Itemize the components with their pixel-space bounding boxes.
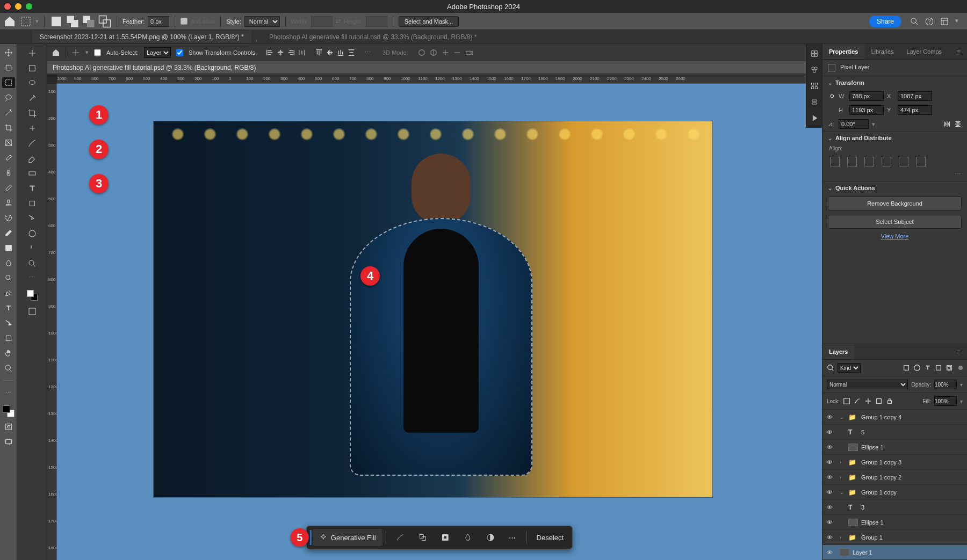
lock-pos-icon[interactable] (864, 397, 872, 405)
more-icon[interactable]: ⋯ (29, 274, 35, 281)
blend-mode-select[interactable]: Normal (827, 380, 908, 389)
visibility-icon[interactable]: 👁 (826, 534, 833, 541)
adjustments-panel-icon[interactable] (810, 82, 819, 90)
color-swatch-2[interactable] (27, 290, 38, 301)
filter-type-icon[interactable] (924, 364, 932, 372)
gradient2-icon[interactable] (27, 169, 37, 178)
expand-arrow-icon[interactable]: › (840, 535, 845, 540)
expand-arrow-icon[interactable]: ⌄ (840, 414, 845, 420)
type-tool[interactable] (2, 303, 15, 314)
selection-subtract-icon[interactable] (82, 15, 95, 28)
layer-row[interactable]: 👁Ellipse 1 (822, 440, 967, 455)
brush-select-button[interactable] (389, 529, 411, 546)
stamp-tool[interactable] (2, 198, 15, 208)
home2-icon[interactable] (52, 48, 60, 57)
move3-icon[interactable] (71, 48, 80, 57)
lock-nest-icon[interactable] (875, 397, 883, 405)
align-b-icon[interactable] (916, 157, 926, 166)
zoom2-icon[interactable] (27, 259, 37, 268)
select-subject-button[interactable]: Select Subject (828, 215, 962, 229)
visibility-icon[interactable]: 👁 (826, 504, 833, 511)
align-t-icon[interactable] (882, 157, 891, 166)
share-button[interactable]: Share (869, 16, 901, 27)
hand2-icon[interactable] (27, 244, 37, 253)
lock-all-icon[interactable] (886, 397, 893, 405)
remove-background-button[interactable]: Remove Background (828, 197, 962, 210)
panel-menu-icon[interactable]: ≡ (951, 44, 967, 59)
workspace-icon[interactable] (940, 17, 949, 26)
invert-select-button[interactable] (435, 529, 456, 546)
visibility-icon[interactable]: 👁 (826, 429, 833, 435)
style-select[interactable]: Normal (244, 16, 280, 27)
adjust-button[interactable] (480, 529, 501, 546)
magic-wand-icon[interactable] (27, 93, 37, 103)
visibility-icon[interactable]: 👁 (826, 549, 833, 556)
canvas-artboard[interactable]: 1 2 3 4 5 Generative Fill (57, 84, 822, 560)
eraser-tool[interactable] (2, 228, 15, 238)
layer-row[interactable]: 👁Ellipse 1 (822, 515, 967, 530)
shape2-icon[interactable] (27, 199, 37, 208)
type2-icon[interactable] (27, 184, 37, 193)
pen-tool[interactable] (2, 288, 15, 299)
angle-input[interactable] (839, 119, 869, 129)
more-actions-button[interactable]: ⋯ (502, 529, 523, 546)
auto-select-checkbox[interactable] (94, 47, 101, 58)
align-ch-icon[interactable] (847, 157, 857, 166)
styles-panel-icon[interactable] (810, 98, 819, 106)
align-cv-icon[interactable] (899, 157, 908, 166)
show-transform-checkbox[interactable] (176, 47, 183, 58)
align-left-icon[interactable] (266, 49, 273, 56)
auto-select-dropdown[interactable]: Layer (144, 47, 171, 58)
visibility-icon[interactable]: 👁 (826, 519, 833, 526)
filter-adj-icon[interactable] (913, 364, 921, 372)
filter-shape-icon[interactable] (935, 364, 942, 372)
path2-icon[interactable] (27, 214, 37, 223)
color-swatch[interactable] (3, 405, 15, 417)
color-panel-icon[interactable] (810, 49, 819, 58)
layer-kind-select[interactable]: Kind (838, 363, 861, 373)
view-more-link[interactable]: View More (822, 231, 967, 242)
align-r-icon[interactable] (864, 157, 874, 166)
lasso-tool[interactable] (2, 92, 15, 103)
lasso-alt-icon[interactable] (27, 78, 37, 88)
filter-icon[interactable] (827, 364, 834, 372)
align-center-v-icon[interactable] (326, 49, 334, 56)
visibility-icon[interactable]: 👁 (826, 459, 833, 466)
quickmask2-icon[interactable] (27, 307, 37, 316)
h-input[interactable] (849, 105, 884, 115)
selection-intersect-icon[interactable] (98, 15, 111, 28)
fill-input[interactable] (934, 396, 957, 406)
layers-menu-icon[interactable]: ≡ (951, 344, 967, 359)
visibility-icon[interactable]: 👁 (826, 474, 833, 481)
gradient-tool[interactable] (2, 243, 15, 253)
help-icon[interactable] (925, 17, 934, 26)
distribute-v-icon[interactable] (348, 49, 355, 56)
layer-row[interactable]: 👁Layer 1 (822, 545, 967, 560)
selection-new-icon[interactable] (50, 15, 63, 28)
frame-tool[interactable] (2, 137, 15, 148)
layer-row[interactable]: 👁›📁Group 1 copy 2 (822, 470, 967, 485)
search-icon[interactable] (910, 17, 919, 26)
tab-layer-comps[interactable]: Layer Comps (900, 44, 948, 59)
history-brush-tool[interactable] (2, 213, 15, 223)
fill-button[interactable] (457, 529, 479, 546)
expand-arrow-icon[interactable]: › (840, 460, 845, 465)
align-l-icon[interactable] (830, 157, 840, 166)
taskbar-handle[interactable] (310, 530, 312, 545)
home-icon[interactable] (3, 15, 16, 28)
filter-toggle[interactable] (958, 366, 963, 370)
visibility-icon[interactable]: 👁 (826, 414, 833, 420)
align-bottom-icon[interactable] (337, 49, 344, 56)
layer-row[interactable]: 👁⌄📁Group 1 copy (822, 485, 967, 500)
deselect-button[interactable]: Deselect (530, 529, 571, 546)
move-plus-icon[interactable] (27, 48, 37, 58)
align-center-h-icon[interactable] (277, 49, 284, 56)
layer-row[interactable]: 👁T3 (822, 500, 967, 515)
more2-icon[interactable]: ⋯ (365, 49, 371, 56)
layer-row[interactable]: 👁⌄📁Group 1 copy 4 (822, 410, 967, 425)
crop2-icon[interactable] (27, 108, 37, 118)
screenmode-icon[interactable] (2, 437, 15, 447)
doc-tab-2[interactable]: Photoshop AI generative fill tutorial.ps… (262, 31, 484, 43)
flip-v-icon[interactable] (954, 120, 962, 128)
filter-smart-icon[interactable] (946, 364, 953, 372)
